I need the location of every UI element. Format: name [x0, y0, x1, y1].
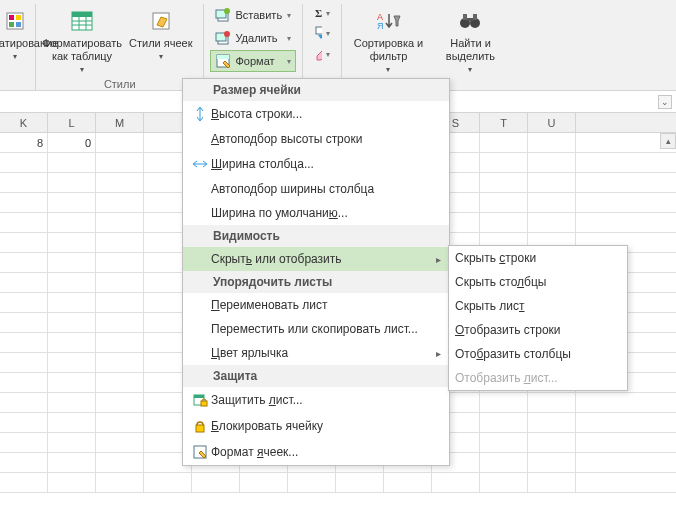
clear-button[interactable]: ▾ [309, 44, 335, 64]
cell[interactable] [480, 393, 528, 412]
cell[interactable] [432, 473, 480, 492]
submenu-hide-columns[interactable]: Скрыть столбцы [449, 270, 627, 294]
cell[interactable] [48, 313, 96, 332]
cell[interactable] [0, 153, 48, 172]
cell[interactable] [96, 133, 144, 152]
scroll-up-button[interactable]: ▴ [660, 133, 676, 149]
cell[interactable] [48, 333, 96, 352]
cell[interactable]: 0 [48, 133, 96, 152]
cell[interactable] [96, 373, 144, 392]
column-header[interactable]: T [480, 113, 528, 132]
cell[interactable] [480, 133, 528, 152]
find-select-button[interactable]: Найти и выделить▾ [430, 4, 510, 78]
menu-column-width[interactable]: Ширина столбца... [183, 151, 449, 177]
cell[interactable] [48, 253, 96, 272]
cell[interactable] [0, 253, 48, 272]
submenu-hide-sheet[interactable]: Скрыть лист [449, 294, 627, 318]
submenu-hide-rows[interactable]: Скрыть строки [449, 246, 627, 270]
cell[interactable] [96, 353, 144, 372]
format-button[interactable]: Формат▾ [210, 50, 296, 72]
cell[interactable] [96, 173, 144, 192]
cell[interactable] [528, 213, 576, 232]
cell[interactable] [480, 153, 528, 172]
cell[interactable] [96, 473, 144, 492]
insert-button[interactable]: Вставить▾ [210, 4, 296, 26]
submenu-unhide-rows[interactable]: Отобразить строки [449, 318, 627, 342]
cell[interactable] [0, 313, 48, 332]
cell[interactable] [528, 193, 576, 212]
cell[interactable] [0, 453, 48, 472]
cell[interactable] [96, 433, 144, 452]
cell[interactable] [144, 473, 192, 492]
cell[interactable] [96, 293, 144, 312]
cell[interactable] [48, 193, 96, 212]
menu-format-cells[interactable]: Формат ячеек... [183, 439, 449, 465]
cell[interactable] [48, 273, 96, 292]
cell[interactable] [528, 153, 576, 172]
menu-move-copy-sheet[interactable]: Переместить или скопировать лист... [183, 317, 449, 341]
sort-filter-button[interactable]: АЯ Сортировка и фильтр▾ [348, 4, 428, 78]
cell[interactable] [96, 193, 144, 212]
cell[interactable] [192, 473, 240, 492]
cell[interactable] [0, 193, 48, 212]
cell[interactable] [480, 413, 528, 432]
cell[interactable] [528, 133, 576, 152]
cell[interactable] [528, 453, 576, 472]
cell[interactable] [384, 473, 432, 492]
format-as-table-button[interactable]: Форматировать как таблицу▾ [42, 4, 122, 78]
cell[interactable] [528, 173, 576, 192]
cell[interactable] [0, 433, 48, 452]
cell[interactable] [96, 413, 144, 432]
menu-rename-sheet[interactable]: Переименовать лист [183, 293, 449, 317]
cell[interactable] [0, 213, 48, 232]
menu-protect-sheet[interactable]: Защитить лист... [183, 387, 449, 413]
cell[interactable] [48, 473, 96, 492]
fill-button[interactable]: ▾ [309, 23, 335, 43]
cell[interactable] [480, 173, 528, 192]
cell[interactable] [48, 413, 96, 432]
cell[interactable] [48, 353, 96, 372]
cell[interactable] [288, 473, 336, 492]
cell[interactable] [96, 393, 144, 412]
cell[interactable] [336, 473, 384, 492]
cell[interactable] [48, 213, 96, 232]
cell[interactable] [48, 173, 96, 192]
cell[interactable] [480, 473, 528, 492]
cell[interactable] [96, 213, 144, 232]
cell[interactable] [0, 393, 48, 412]
cell[interactable] [0, 333, 48, 352]
cell[interactable] [0, 373, 48, 392]
column-header[interactable]: L [48, 113, 96, 132]
cell[interactable] [48, 433, 96, 452]
cell[interactable] [48, 233, 96, 252]
autosum-button[interactable]: Σ▾ [309, 4, 335, 22]
cell-styles-button[interactable]: Стили ячеек▾ [124, 4, 197, 65]
cell[interactable] [96, 453, 144, 472]
menu-autofit-column-width[interactable]: Автоподбор ширины столбца [183, 177, 449, 201]
menu-tab-color[interactable]: Цвет ярлычка [183, 341, 449, 365]
cell[interactable] [528, 433, 576, 452]
cell[interactable] [96, 153, 144, 172]
cell[interactable] [0, 473, 48, 492]
cell[interactable] [96, 253, 144, 272]
menu-hide-unhide[interactable]: Скрыть или отобразить Скрыть строки Скры… [183, 247, 449, 271]
cell[interactable] [240, 473, 288, 492]
column-header[interactable]: M [96, 113, 144, 132]
menu-row-height[interactable]: Высота строки... [183, 101, 449, 127]
cell[interactable] [48, 373, 96, 392]
formula-bar-expand[interactable]: ⌄ [658, 95, 672, 109]
cell[interactable] [480, 433, 528, 452]
cell[interactable] [96, 333, 144, 352]
cell[interactable] [480, 193, 528, 212]
submenu-unhide-columns[interactable]: Отобразить столбцы [449, 342, 627, 366]
cell[interactable] [0, 233, 48, 252]
cell[interactable] [48, 153, 96, 172]
menu-lock-cell[interactable]: Блокировать ячейку [183, 413, 449, 439]
column-header[interactable]: K [0, 113, 48, 132]
cell[interactable] [0, 273, 48, 292]
cell[interactable] [0, 353, 48, 372]
cell[interactable] [0, 293, 48, 312]
column-header[interactable]: U [528, 113, 576, 132]
cell[interactable] [528, 413, 576, 432]
cell[interactable] [0, 173, 48, 192]
